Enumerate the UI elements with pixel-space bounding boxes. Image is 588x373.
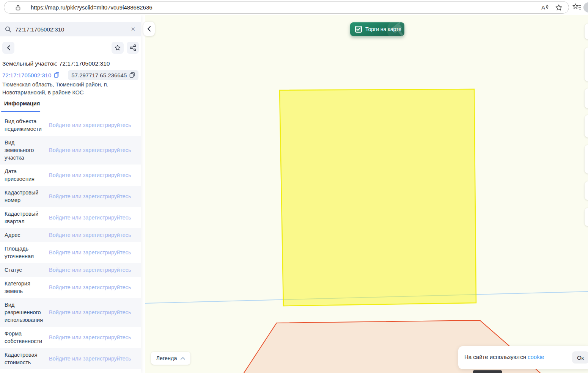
svg-text:A: A: [541, 4, 545, 11]
auth-link[interactable]: Войдите или зарегистрируйтесь: [49, 309, 131, 315]
lock-icon: [16, 5, 20, 11]
cookie-message-text: На сайте используются: [464, 354, 526, 360]
tab-information[interactable]: Информация: [4, 100, 40, 107]
map-control-button[interactable]: [585, 24, 588, 39]
auth-link[interactable]: Войдите или зарегистрируйтесь: [49, 334, 131, 340]
chevron-up-icon: [180, 357, 186, 360]
table-row: Кадастровый номер Войдите или зарегистри…: [0, 186, 141, 207]
table-row: Дата присвоения Войдите или зарегистриру…: [0, 165, 141, 186]
attribute-label: Площадь уточненная: [5, 245, 42, 260]
map-control-button[interactable]: [585, 145, 588, 174]
auth-link[interactable]: Войдите или зарегистрируйтесь: [49, 356, 131, 362]
url-text[interactable]: https://map.ru/pkk?ysclid=mlt07vcu9i4886…: [31, 4, 153, 11]
parcel-info-panel: ✕ Земельный участок: 72:17:1705002:310 7…: [0, 15, 141, 373]
auth-link[interactable]: Войдите или зарегистрируйтесь: [49, 284, 131, 290]
map-area: [141, 15, 588, 373]
auth-link[interactable]: Войдите или зарегистрируйтесь: [49, 232, 131, 238]
attribute-label: Статус: [5, 266, 42, 274]
share-button[interactable]: [127, 42, 139, 54]
auth-link[interactable]: Войдите или зарегистрируйтесь: [49, 215, 131, 221]
auth-link[interactable]: Войдите или зарегистрируйтесь: [49, 267, 131, 273]
bookmark-star-icon[interactable]: [555, 4, 563, 11]
attribute-label: Вид земельного участка: [5, 139, 42, 161]
map-control-button[interactable]: [585, 208, 588, 226]
chevron-left-icon: [7, 45, 10, 50]
search-icon: [5, 26, 11, 33]
browser-profile-avatar[interactable]: [583, 2, 588, 13]
search-bar: ✕: [0, 22, 141, 36]
table-row: Кадастровая стоимость Войдите или зареги…: [0, 348, 141, 369]
legend-button[interactable]: Легенда: [151, 352, 190, 365]
table-row: Вид разрешенного использования Войдите и…: [0, 298, 141, 327]
search-input[interactable]: [15, 26, 130, 33]
parcel-ids-row: 72:17:1705002:310 57.297717 65.236645: [2, 70, 138, 80]
address-bar[interactable]: https://map.ru/pkk?ysclid=mlt07vcu9i4886…: [4, 1, 569, 14]
attribute-label: Кадастровый номер: [5, 189, 42, 204]
cookie-message: На сайте используются cookie: [464, 354, 544, 360]
cookie-policy-link[interactable]: cookie: [528, 354, 544, 360]
clear-search-icon[interactable]: ✕: [130, 26, 135, 33]
parcel-title: Земельный участок: 72:17:1705002:310: [2, 60, 110, 67]
cadastral-number-link[interactable]: 72:17:1705002:310: [2, 72, 51, 78]
browser-toolbar: https://map.ru/pkk?ysclid=mlt07vcu9i4886…: [0, 0, 588, 15]
attribute-label: Вид разрешенного использования: [5, 301, 42, 324]
copy-icon[interactable]: [54, 72, 60, 78]
trades-button-label: Торги на карте: [365, 26, 401, 32]
attribute-label: Кадастровая стоимость: [5, 351, 42, 366]
table-row: Форма собственности Войдите или зарегист…: [0, 327, 141, 348]
cookie-banner: На сайте используются cookie Ок: [458, 346, 588, 369]
coordinates-value: 57.297717 65.236645: [71, 72, 127, 78]
selected-parcel-polygon[interactable]: [280, 89, 476, 306]
map-zoom-control[interactable]: [585, 47, 588, 81]
map-canvas[interactable]: [145, 15, 588, 373]
read-aloud-icon[interactable]: A: [541, 4, 549, 11]
active-tab-underline: [1, 111, 40, 112]
table-row: Вид объекта недвижимости Войдите или зар…: [0, 114, 141, 136]
attribute-label: Кадастровый квартал: [5, 210, 42, 225]
favorite-button[interactable]: [112, 42, 124, 54]
auth-link[interactable]: Войдите или зарегистрируйтесь: [49, 249, 131, 255]
legend-button-label: Легенда: [156, 355, 177, 361]
star-icon: [114, 44, 121, 51]
map-control-button[interactable]: [585, 115, 588, 138]
table-row: Площадь уточненная Войдите или зарегистр…: [0, 242, 141, 263]
share-icon: [130, 44, 136, 51]
auth-link[interactable]: Войдите или зарегистрируйтесь: [49, 122, 131, 128]
table-row: Категория земель Войдите или зарегистрир…: [0, 277, 141, 298]
attribute-label: Дата присвоения: [5, 168, 42, 183]
cookie-ok-button[interactable]: Ок: [572, 351, 588, 364]
table-row: Статус Войдите или зарегистрируйтесь: [0, 263, 141, 277]
parcel-attributes-table: Вид объекта недвижимости Войдите или зар…: [0, 114, 141, 369]
trades-on-map-button[interactable]: Торги на карте: [350, 22, 404, 36]
chevron-left-icon: [147, 26, 151, 32]
checkbox-checked-icon[interactable]: [355, 26, 362, 33]
auth-link[interactable]: Войдите или зарегистрируйтесь: [49, 147, 131, 153]
collections-icon[interactable]: [572, 3, 582, 11]
table-row: Адрес Войдите или зарегистрируйтесь: [0, 228, 141, 242]
attribute-label: Вид объекта недвижимости: [5, 118, 42, 133]
coordinates-chip: 57.297717 65.236645: [68, 70, 138, 80]
map-scale-element: [473, 370, 502, 373]
attribute-label: Форма собственности: [5, 330, 42, 345]
map-control-button[interactable]: [585, 181, 588, 200]
panel-collapse-button[interactable]: [143, 22, 155, 36]
attribute-label: Адрес: [5, 231, 42, 239]
map-control-button[interactable]: [585, 88, 588, 108]
map-layers: [145, 15, 588, 373]
back-button[interactable]: [2, 42, 14, 54]
attribute-label: Категория земель: [5, 280, 42, 295]
table-row: Вид земельного участка Войдите или зарег…: [0, 136, 141, 165]
auth-link[interactable]: Войдите или зарегистрируйтесь: [49, 193, 131, 199]
copy-icon[interactable]: [129, 72, 135, 78]
auth-link[interactable]: Войдите или зарегистрируйтесь: [49, 172, 131, 178]
table-row: Кадастровый квартал Войдите или зарегист…: [0, 207, 141, 228]
parcel-address: Тюменская область, Тюменский район, п. Н…: [2, 81, 135, 97]
